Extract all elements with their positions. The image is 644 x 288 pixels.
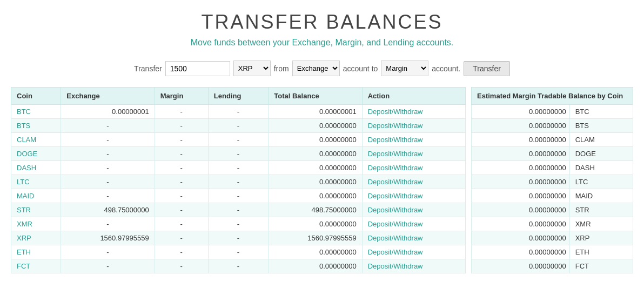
table-row: XMR---0.00000000Deposit/Withdraw: [11, 217, 466, 231]
side-coin-cell: XRP: [569, 231, 633, 245]
main-table-header: Margin: [155, 88, 208, 105]
coin-link[interactable]: STR: [17, 206, 31, 214]
from-account-select[interactable]: ExchangeMarginLending: [292, 61, 340, 76]
deposit-withdraw-link[interactable]: Deposit/Withdraw: [368, 108, 423, 116]
coin-cell: ETH: [11, 245, 61, 259]
coin-cell: CLAM: [11, 133, 61, 147]
from-label: from: [274, 64, 289, 73]
margin-balance-cell: 0.00000000: [472, 231, 570, 245]
coin-link[interactable]: CLAM: [17, 136, 36, 144]
total-cell: 0.00000000: [269, 119, 362, 133]
deposit-withdraw-link[interactable]: Deposit/Withdraw: [368, 178, 423, 186]
side-table-row: 0.00000000LTC: [472, 175, 633, 189]
currency-select[interactable]: BTCBTSCLAMDOGEDASHLTCMAIDSTRXMRXRPETHFCT: [233, 61, 271, 76]
side-coin-cell: BTC: [569, 105, 633, 119]
coin-link[interactable]: DASH: [17, 164, 36, 172]
coin-link[interactable]: DOGE: [17, 150, 37, 158]
deposit-withdraw-link[interactable]: Deposit/Withdraw: [368, 220, 423, 228]
table-row: FCT---0.00000000Deposit/Withdraw: [11, 259, 466, 273]
action-cell: Deposit/Withdraw: [362, 119, 465, 133]
transfer-amount-input[interactable]: [165, 61, 230, 76]
margin-cell: -: [155, 175, 208, 189]
table-row: MAID---0.00000000Deposit/Withdraw: [11, 189, 466, 203]
margin-balance-cell: 0.00000000: [472, 147, 570, 161]
total-cell: 0.00000000: [269, 133, 362, 147]
lending-cell: -: [208, 217, 268, 231]
exchange-cell: -: [61, 119, 155, 133]
side-coin-cell: FCT: [569, 259, 633, 273]
deposit-withdraw-link[interactable]: Deposit/Withdraw: [368, 150, 423, 158]
main-table: CoinExchangeMarginLendingTotal BalanceAc…: [11, 87, 466, 273]
coin-cell: STR: [11, 203, 61, 217]
coin-link[interactable]: LTC: [17, 178, 30, 186]
coin-link[interactable]: XMR: [17, 220, 32, 228]
side-table-row: 0.00000000BTC: [472, 105, 633, 119]
margin-cell: -: [155, 231, 208, 245]
coin-link[interactable]: XRP: [17, 234, 31, 242]
side-coin-cell: ETH: [569, 245, 633, 259]
deposit-withdraw-link[interactable]: Deposit/Withdraw: [368, 192, 423, 200]
deposit-withdraw-link[interactable]: Deposit/Withdraw: [368, 122, 423, 130]
deposit-withdraw-link[interactable]: Deposit/Withdraw: [368, 164, 423, 172]
main-table-header: Total Balance: [269, 88, 362, 105]
exchange-cell: -: [61, 147, 155, 161]
side-coin-cell: BTS: [569, 119, 633, 133]
side-table-row: 0.00000000FCT: [472, 259, 633, 273]
margin-balance-cell: 0.00000000: [472, 259, 570, 273]
transfer-form: Transfer BTCBTSCLAMDOGEDASHLTCMAIDSTRXMR…: [11, 61, 633, 76]
action-cell: Deposit/Withdraw: [362, 133, 465, 147]
side-coin-cell: DASH: [569, 161, 633, 175]
coin-link[interactable]: FCT: [17, 262, 30, 270]
lending-cell: -: [208, 231, 268, 245]
deposit-withdraw-link[interactable]: Deposit/Withdraw: [368, 262, 423, 270]
total-cell: 0.00000000: [269, 259, 362, 273]
coin-cell: XMR: [11, 217, 61, 231]
to-account-select[interactable]: MarginExchangeLending: [381, 61, 428, 76]
exchange-cell: 1560.97995559: [61, 231, 155, 245]
deposit-withdraw-link[interactable]: Deposit/Withdraw: [368, 206, 423, 214]
exchange-cell: -: [61, 245, 155, 259]
action-cell: Deposit/Withdraw: [362, 259, 465, 273]
margin-balance-cell: 0.00000000: [472, 175, 570, 189]
action-cell: Deposit/Withdraw: [362, 203, 465, 217]
margin-balance-cell: 0.00000000: [472, 119, 570, 133]
side-table-header: Estimated Margin Tradable Balance by Coi…: [472, 88, 633, 105]
margin-cell: -: [155, 203, 208, 217]
margin-cell: -: [155, 161, 208, 175]
side-table-row: 0.00000000DASH: [472, 161, 633, 175]
main-table-header: Lending: [208, 88, 268, 105]
transfer-button[interactable]: Transfer: [464, 61, 510, 76]
main-table-header: Exchange: [61, 88, 155, 105]
action-cell: Deposit/Withdraw: [362, 245, 465, 259]
lending-cell: -: [208, 133, 268, 147]
margin-cell: -: [155, 189, 208, 203]
page-subtitle: Move funds between your Exchange, Margin…: [11, 38, 633, 48]
main-table-header: Action: [362, 88, 465, 105]
total-cell: 0.00000000: [269, 245, 362, 259]
exchange-cell: -: [61, 175, 155, 189]
to-label: account to: [343, 64, 378, 73]
side-table-row: 0.00000000XMR: [472, 217, 633, 231]
margin-cell: -: [155, 217, 208, 231]
deposit-withdraw-link[interactable]: Deposit/Withdraw: [368, 234, 423, 242]
lending-cell: -: [208, 147, 268, 161]
total-cell: 0.00000000: [269, 161, 362, 175]
page-title: TRANSFER BALANCES: [11, 11, 633, 34]
transfer-label: Transfer: [134, 64, 162, 73]
coin-link[interactable]: ETH: [17, 248, 31, 256]
side-coin-cell: XMR: [569, 217, 633, 231]
deposit-withdraw-link[interactable]: Deposit/Withdraw: [368, 248, 423, 256]
side-table: Estimated Margin Tradable Balance by Coi…: [471, 87, 633, 273]
coin-link[interactable]: BTC: [17, 108, 31, 116]
action-cell: Deposit/Withdraw: [362, 189, 465, 203]
side-table-row: 0.00000000STR: [472, 203, 633, 217]
coin-link[interactable]: MAID: [17, 192, 35, 200]
lending-cell: -: [208, 119, 268, 133]
exchange-cell: -: [61, 161, 155, 175]
side-coin-cell: LTC: [569, 175, 633, 189]
coin-link[interactable]: BTS: [17, 122, 30, 130]
main-table-wrap: CoinExchangeMarginLendingTotal BalanceAc…: [11, 87, 466, 273]
deposit-withdraw-link[interactable]: Deposit/Withdraw: [368, 136, 423, 144]
action-cell: Deposit/Withdraw: [362, 161, 465, 175]
margin-balance-cell: 0.00000000: [472, 203, 570, 217]
